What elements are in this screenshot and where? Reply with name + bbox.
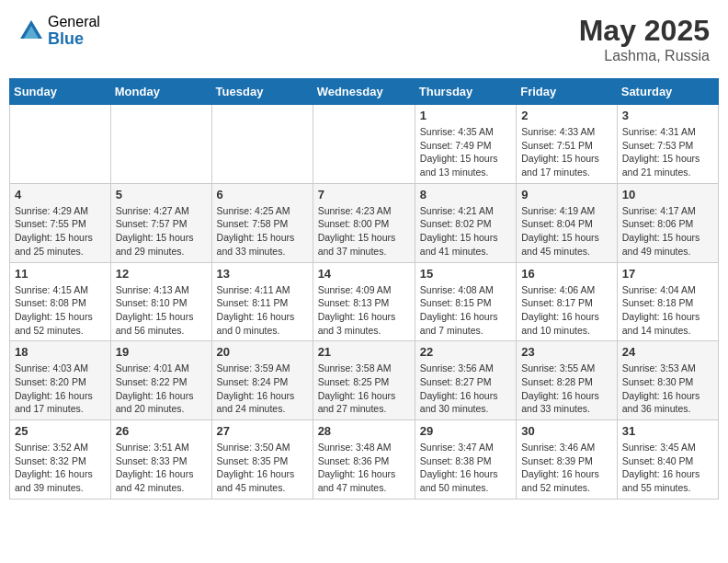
day-number: 3: [622, 109, 713, 122]
day-info: Sunrise: 4:23 AMSunset: 8:00 PMDaylight:…: [318, 204, 410, 259]
week-row-5: 25Sunrise: 3:52 AMSunset: 8:32 PMDayligh…: [10, 420, 719, 500]
day-number: 18: [15, 345, 106, 359]
weekday-header-thursday: Thursday: [415, 79, 516, 105]
weekday-header-tuesday: Tuesday: [211, 79, 313, 105]
day-info: Sunrise: 4:04 AMSunset: 8:18 PMDaylight:…: [622, 283, 713, 338]
calendar-cell: 9Sunrise: 4:19 AMSunset: 8:04 PMDaylight…: [517, 183, 618, 262]
title-block: May 2025 Lashma, Russia: [579, 14, 710, 64]
day-number: 28: [318, 424, 410, 438]
calendar-cell: 31Sunrise: 3:45 AMSunset: 8:40 PMDayligh…: [617, 420, 718, 500]
day-info: Sunrise: 4:31 AMSunset: 7:53 PMDaylight:…: [622, 125, 713, 179]
day-number: 24: [622, 345, 713, 359]
day-number: 5: [116, 188, 207, 201]
day-info: Sunrise: 3:46 AMSunset: 8:39 PMDaylight:…: [521, 441, 612, 495]
day-number: 2: [521, 109, 612, 122]
calendar: SundayMondayTuesdayWednesdayThursdayFrid…: [9, 78, 719, 500]
day-number: 23: [521, 345, 612, 359]
day-number: 20: [217, 345, 308, 359]
day-number: 12: [116, 267, 207, 281]
calendar-cell: [110, 105, 211, 184]
calendar-cell: 17Sunrise: 4:04 AMSunset: 8:18 PMDayligh…: [617, 262, 718, 341]
logo-general: General: [48, 14, 100, 30]
calendar-cell: 19Sunrise: 4:01 AMSunset: 8:22 PMDayligh…: [110, 341, 211, 420]
weekday-header-wednesday: Wednesday: [313, 79, 415, 105]
calendar-cell: 26Sunrise: 3:51 AMSunset: 8:33 PMDayligh…: [110, 420, 211, 500]
logo: General Blue: [18, 14, 100, 48]
day-number: 15: [420, 267, 511, 281]
calendar-cell: 14Sunrise: 4:09 AMSunset: 8:13 PMDayligh…: [313, 262, 415, 341]
day-info: Sunrise: 4:27 AMSunset: 7:57 PMDaylight:…: [116, 204, 207, 259]
day-info: Sunrise: 3:53 AMSunset: 8:30 PMDaylight:…: [622, 362, 713, 416]
logo-blue: Blue: [48, 30, 100, 49]
day-number: 7: [318, 188, 410, 201]
day-number: 8: [420, 188, 511, 201]
day-number: 17: [622, 267, 713, 281]
day-info: Sunrise: 3:55 AMSunset: 8:28 PMDaylight:…: [521, 362, 612, 416]
day-info: Sunrise: 4:17 AMSunset: 8:06 PMDaylight:…: [622, 204, 713, 259]
day-info: Sunrise: 4:35 AMSunset: 7:49 PMDaylight:…: [420, 125, 511, 179]
day-info: Sunrise: 4:25 AMSunset: 7:58 PMDaylight:…: [217, 204, 308, 259]
day-info: Sunrise: 3:52 AMSunset: 8:32 PMDaylight:…: [15, 441, 106, 495]
day-number: 13: [217, 267, 308, 281]
calendar-cell: 2Sunrise: 4:33 AMSunset: 7:51 PMDaylight…: [517, 105, 618, 184]
day-info: Sunrise: 4:06 AMSunset: 8:17 PMDaylight:…: [521, 283, 612, 338]
month-title: May 2025: [579, 14, 710, 48]
day-number: 31: [622, 424, 713, 438]
day-info: Sunrise: 3:58 AMSunset: 8:25 PMDaylight:…: [318, 362, 410, 416]
calendar-cell: 30Sunrise: 3:46 AMSunset: 8:39 PMDayligh…: [517, 420, 618, 500]
location-title: Lashma, Russia: [579, 48, 710, 64]
day-info: Sunrise: 3:56 AMSunset: 8:27 PMDaylight:…: [420, 362, 511, 416]
weekday-header-saturday: Saturday: [617, 79, 718, 105]
calendar-cell: 22Sunrise: 3:56 AMSunset: 8:27 PMDayligh…: [415, 341, 516, 420]
calendar-cell: 21Sunrise: 3:58 AMSunset: 8:25 PMDayligh…: [313, 341, 415, 420]
day-info: Sunrise: 3:51 AMSunset: 8:33 PMDaylight:…: [116, 441, 207, 495]
day-info: Sunrise: 4:13 AMSunset: 8:10 PMDaylight:…: [116, 283, 207, 338]
weekday-header-sunday: Sunday: [10, 79, 111, 105]
weekday-header-monday: Monday: [110, 79, 211, 105]
calendar-cell: 18Sunrise: 4:03 AMSunset: 8:20 PMDayligh…: [10, 341, 111, 420]
day-info: Sunrise: 4:33 AMSunset: 7:51 PMDaylight:…: [521, 125, 612, 179]
calendar-cell: 13Sunrise: 4:11 AMSunset: 8:11 PMDayligh…: [211, 262, 313, 341]
calendar-cell: 23Sunrise: 3:55 AMSunset: 8:28 PMDayligh…: [517, 341, 618, 420]
day-number: 4: [15, 188, 106, 201]
week-row-2: 4Sunrise: 4:29 AMSunset: 7:55 PMDaylight…: [10, 183, 719, 262]
calendar-cell: 11Sunrise: 4:15 AMSunset: 8:08 PMDayligh…: [10, 262, 111, 341]
calendar-cell: 28Sunrise: 3:48 AMSunset: 8:36 PMDayligh…: [313, 420, 415, 500]
calendar-cell: 24Sunrise: 3:53 AMSunset: 8:30 PMDayligh…: [617, 341, 718, 420]
day-number: 14: [318, 267, 410, 281]
day-info: Sunrise: 4:08 AMSunset: 8:15 PMDaylight:…: [420, 283, 511, 338]
day-info: Sunrise: 4:11 AMSunset: 8:11 PMDaylight:…: [217, 283, 308, 338]
calendar-cell: [10, 105, 111, 184]
day-number: 21: [318, 345, 410, 359]
page-header: General Blue May 2025 Lashma, Russia: [9, 9, 719, 69]
calendar-cell: 16Sunrise: 4:06 AMSunset: 8:17 PMDayligh…: [517, 262, 618, 341]
day-number: 29: [420, 424, 511, 438]
calendar-cell: 7Sunrise: 4:23 AMSunset: 8:00 PMDaylight…: [313, 183, 415, 262]
day-number: 26: [116, 424, 207, 438]
day-number: 9: [521, 188, 612, 201]
day-number: 10: [622, 188, 713, 201]
calendar-cell: 27Sunrise: 3:50 AMSunset: 8:35 PMDayligh…: [211, 420, 313, 500]
day-number: 6: [217, 188, 308, 201]
day-number: 19: [116, 345, 207, 359]
day-info: Sunrise: 4:19 AMSunset: 8:04 PMDaylight:…: [521, 204, 612, 259]
calendar-cell: 1Sunrise: 4:35 AMSunset: 7:49 PMDaylight…: [415, 105, 516, 184]
calendar-cell: [313, 105, 415, 184]
week-row-1: 1Sunrise: 4:35 AMSunset: 7:49 PMDaylight…: [10, 105, 719, 184]
calendar-cell: 4Sunrise: 4:29 AMSunset: 7:55 PMDaylight…: [10, 183, 111, 262]
day-info: Sunrise: 3:50 AMSunset: 8:35 PMDaylight:…: [217, 441, 308, 495]
calendar-cell: 25Sunrise: 3:52 AMSunset: 8:32 PMDayligh…: [10, 420, 111, 500]
day-info: Sunrise: 3:47 AMSunset: 8:38 PMDaylight:…: [420, 441, 511, 495]
day-info: Sunrise: 4:01 AMSunset: 8:22 PMDaylight:…: [116, 362, 207, 416]
week-row-3: 11Sunrise: 4:15 AMSunset: 8:08 PMDayligh…: [10, 262, 719, 341]
day-number: 1: [420, 109, 511, 122]
day-number: 25: [15, 424, 106, 438]
day-number: 30: [521, 424, 612, 438]
logo-text: General Blue: [48, 14, 100, 48]
calendar-cell: [211, 105, 313, 184]
calendar-cell: 5Sunrise: 4:27 AMSunset: 7:57 PMDaylight…: [110, 183, 211, 262]
day-info: Sunrise: 3:45 AMSunset: 8:40 PMDaylight:…: [622, 441, 713, 495]
calendar-cell: 6Sunrise: 4:25 AMSunset: 7:58 PMDaylight…: [211, 183, 313, 262]
weekday-header-row: SundayMondayTuesdayWednesdayThursdayFrid…: [10, 79, 719, 105]
day-info: Sunrise: 4:29 AMSunset: 7:55 PMDaylight:…: [15, 204, 106, 259]
